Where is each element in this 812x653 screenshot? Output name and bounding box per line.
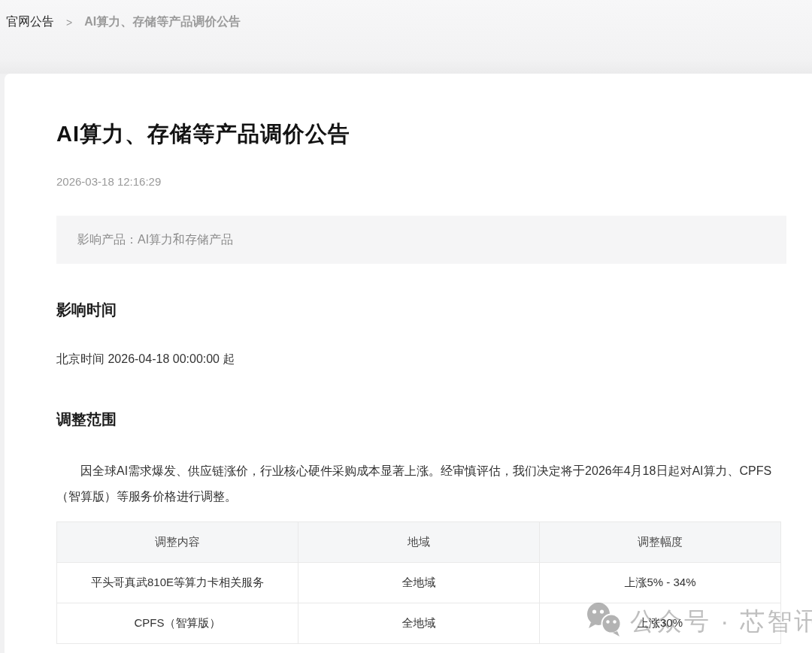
column-header-region: 地域	[298, 522, 540, 563]
cell-region: 全地域	[298, 563, 540, 603]
section-heading-impact-time: 影响时间	[56, 300, 786, 320]
cell-range: 上涨5% - 34%	[540, 563, 781, 603]
breadcrumb-root-link[interactable]: 官网公告	[6, 14, 54, 30]
column-header-content: 调整内容	[57, 522, 298, 563]
column-header-range: 调整幅度	[540, 522, 781, 563]
cell-content: 平头哥真武810E等算力卡相关服务	[57, 563, 298, 603]
breadcrumb-separator-icon: >	[66, 17, 72, 29]
affected-products-text: 影响产品：AI算力和存储产品	[77, 232, 233, 248]
cell-range: 上涨30%	[540, 603, 781, 644]
article-content: AI算力、存储等产品调价公告 2026-03-18 12:16:29 影响产品：…	[5, 119, 812, 644]
table-header-row: 调整内容 地域 调整幅度	[57, 522, 781, 563]
cell-content: CPFS（智算版）	[57, 603, 298, 644]
top-bar: 官网公告 > AI算力、存储等产品调价公告	[0, 0, 812, 74]
breadcrumb: 官网公告 > AI算力、存储等产品调价公告	[0, 0, 812, 30]
breadcrumb-current: AI算力、存储等产品调价公告	[84, 14, 241, 30]
affected-products-notice: 影响产品：AI算力和存储产品	[56, 216, 786, 264]
section-heading-adjust-scope: 调整范围	[56, 410, 786, 430]
publish-timestamp: 2026-03-18 12:16:29	[56, 175, 786, 188]
article-card: AI算力、存储等产品调价公告 2026-03-18 12:16:29 影响产品：…	[5, 74, 812, 653]
table-row: CPFS（智算版） 全地域 上涨30%	[57, 603, 781, 644]
adjust-scope-paragraph: 因全球AI需求爆发、供应链涨价，行业核心硬件采购成本显著上涨。经审慎评估，我们决…	[56, 458, 786, 509]
price-adjustment-table: 调整内容 地域 调整幅度 平头哥真武810E等算力卡相关服务 全地域 上涨5% …	[56, 521, 781, 644]
cell-region: 全地域	[298, 603, 540, 644]
table-row: 平头哥真武810E等算力卡相关服务 全地域 上涨5% - 34%	[57, 563, 781, 603]
page-title: AI算力、存储等产品调价公告	[56, 119, 786, 149]
impact-time-value: 北京时间 2026-04-18 00:00:00 起	[56, 352, 786, 367]
